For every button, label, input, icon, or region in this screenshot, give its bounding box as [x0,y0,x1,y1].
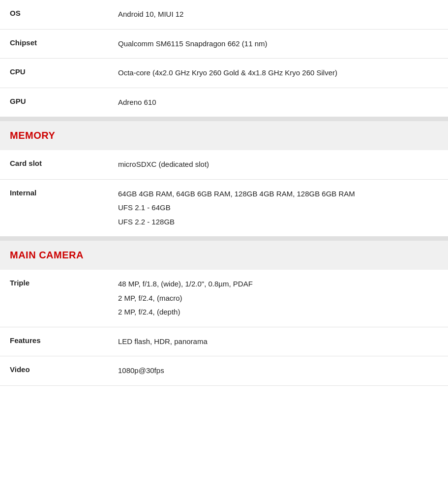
spec-value-line: 2 MP, f/2.4, (depth) [118,307,438,318]
spec-value-line: UFS 2.2 - 128GB [118,217,438,228]
spec-value-line: Octa-core (4x2.0 GHz Kryo 260 Gold & 4x1… [118,67,438,79]
spec-row: Video1080p@30fps [0,356,448,386]
spec-row: GPUAdreno 610 [0,88,448,118]
spec-value: 48 MP, f/1.8, (wide), 1/2.0", 0.8µm, PDA… [108,270,448,327]
spec-value-line: microSDXC (dedicated slot) [118,159,438,170]
spec-label: GPU [0,88,108,117]
spec-value: 1080p@30fps [108,356,448,385]
section-divider [0,237,448,241]
spec-page: OSAndroid 10, MIUI 12ChipsetQualcomm SM6… [0,0,448,386]
spec-value: Octa-core (4x2.0 GHz Kryo 260 Gold & 4x1… [108,59,448,88]
spec-value-line: 64GB 4GB RAM, 64GB 6GB RAM, 128GB 4GB RA… [118,189,438,200]
spec-label: Video [0,356,108,385]
spec-row: Card slotmicroSDXC (dedicated slot) [0,150,448,180]
spec-value-line: 1080p@30fps [118,365,438,377]
spec-row: OSAndroid 10, MIUI 12 [0,0,448,30]
spec-label: Chipset [0,30,108,59]
spec-label: Triple [0,270,108,327]
spec-row: FeaturesLED flash, HDR, panorama [0,327,448,357]
spec-label: Internal [0,180,108,237]
spec-label: Features [0,327,108,356]
section-divider [0,117,448,121]
spec-value-line: UFS 2.1 - 64GB [118,202,438,214]
spec-label: Card slot [0,150,108,179]
spec-value-line: 48 MP, f/1.8, (wide), 1/2.0", 0.8µm, PDA… [118,279,438,290]
section-header: MEMORY [0,121,448,150]
spec-value: Android 10, MIUI 12 [108,0,448,29]
spec-label: CPU [0,59,108,88]
spec-row: ChipsetQualcomm SM6115 Snapdragon 662 (1… [0,30,448,59]
spec-value: Adreno 610 [108,88,448,117]
section-header: MAIN CAMERA [0,241,448,270]
spec-value: 64GB 4GB RAM, 64GB 6GB RAM, 128GB 4GB RA… [108,180,448,237]
spec-row: Internal64GB 4GB RAM, 64GB 6GB RAM, 128G… [0,180,448,237]
spec-value-line: 2 MP, f/2.4, (macro) [118,293,438,304]
spec-value: microSDXC (dedicated slot) [108,150,448,179]
spec-value-line: Qualcomm SM6115 Snapdragon 662 (11 nm) [118,38,438,50]
spec-value-line: Adreno 610 [118,97,438,108]
spec-value: LED flash, HDR, panorama [108,327,448,356]
spec-label: OS [0,0,108,29]
spec-value-line: LED flash, HDR, panorama [118,336,438,347]
spec-value-line: Android 10, MIUI 12 [118,9,438,20]
spec-row: Triple48 MP, f/1.8, (wide), 1/2.0", 0.8µ… [0,270,448,327]
spec-value: Qualcomm SM6115 Snapdragon 662 (11 nm) [108,30,448,59]
spec-row: CPUOcta-core (4x2.0 GHz Kryo 260 Gold & … [0,59,448,88]
